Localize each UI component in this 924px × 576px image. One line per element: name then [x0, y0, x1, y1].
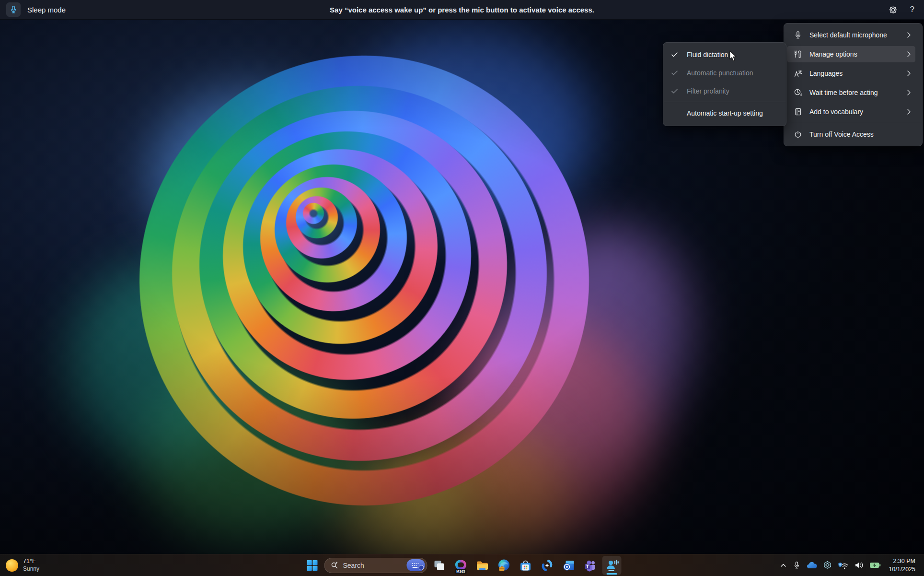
network-security-button[interactable]	[835, 556, 852, 575]
microsoft-store-button[interactable]	[516, 556, 535, 575]
onedrive-button[interactable]	[804, 556, 820, 575]
help-icon[interactable]: ?	[910, 5, 914, 14]
chevron-right-icon	[906, 71, 911, 76]
studio-effects-icon	[823, 561, 832, 570]
recall-icon	[541, 559, 554, 572]
chevron-right-icon	[906, 109, 911, 115]
menu-separator	[664, 102, 785, 102]
taskbar: 71°F Sunny	[0, 554, 924, 576]
weather-condition: Sunny	[23, 565, 39, 573]
voice-access-app-icon	[605, 559, 619, 572]
voice-access-settings-menu: Select default microphone Manage options	[784, 23, 923, 146]
task-view-button[interactable]	[430, 556, 449, 575]
gear-icon[interactable]	[889, 5, 898, 14]
search-icon	[331, 561, 339, 569]
clock-icon	[793, 88, 803, 97]
menu-separator	[785, 123, 922, 123]
microphone-icon	[793, 30, 803, 40]
battery-button[interactable]	[866, 556, 884, 575]
battery-charging-icon	[869, 562, 881, 569]
weather-temperature: 71°F	[23, 558, 39, 565]
search-highlight-icon[interactable]	[407, 559, 425, 571]
chevron-right-icon	[906, 90, 911, 95]
sun-icon	[6, 559, 18, 572]
tray-date: 10/1/2025	[889, 565, 915, 573]
microsoft-teams-button[interactable]	[581, 556, 600, 575]
menu-item-languages[interactable]: Languages	[784, 64, 922, 83]
search-input[interactable]	[343, 562, 403, 569]
tray-time: 2:30 PM	[893, 557, 915, 565]
task-view-icon	[433, 559, 446, 572]
microsoft-teams-icon	[584, 559, 597, 572]
voice-access-bar: Sleep mode Say “voice access wake up” or…	[0, 0, 924, 20]
submenu-item-filter-profanity: Filter profanity	[663, 82, 786, 100]
microsoft-store-icon	[519, 559, 532, 572]
file-explorer-button[interactable]	[473, 556, 492, 575]
voice-access-mic-button[interactable]	[6, 2, 21, 17]
wifi-shield-icon	[838, 561, 849, 570]
onedrive-icon	[807, 562, 817, 569]
studio-effects-button[interactable]	[820, 556, 835, 575]
voice-access-hint-message: Say “voice access wake up” or press the …	[330, 6, 594, 14]
file-explorer-icon	[476, 559, 489, 572]
menu-item-wait-time-before-acting[interactable]: Wait time before acting	[784, 83, 922, 102]
submenu-item-label: Fluid dictation	[687, 51, 728, 59]
microsoft-365-copilot-button[interactable]: M365	[451, 556, 471, 575]
manage-options-submenu: Fluid dictation Automatic punctuation Fi…	[663, 42, 786, 126]
checkmark-icon	[671, 52, 679, 58]
voice-access-app-button[interactable]	[602, 556, 622, 575]
submenu-item-automatic-startup-setting[interactable]: Automatic start-up setting	[663, 104, 786, 123]
menu-item-label: Add to vocabulary	[809, 108, 899, 116]
clock[interactable]: 2:30 PM 10/1/2025	[884, 557, 919, 573]
start-button[interactable]	[303, 556, 322, 575]
chevron-right-icon	[906, 51, 911, 57]
speaker-icon	[855, 561, 864, 569]
chevron-right-icon	[906, 32, 911, 38]
m365-badge: M365	[455, 569, 466, 574]
weather-widget[interactable]: 71°F Sunny	[0, 554, 39, 576]
microsoft-edge-icon	[497, 559, 511, 572]
checkmark-icon	[671, 89, 679, 94]
submenu-item-fluid-dictation[interactable]: Fluid dictation	[663, 46, 786, 64]
menu-item-label: Select default microphone	[809, 31, 899, 39]
tools-icon	[793, 49, 803, 59]
outlook-icon	[562, 559, 576, 572]
volume-button[interactable]	[852, 556, 866, 575]
windows-logo-icon	[306, 559, 319, 572]
submenu-item-automatic-punctuation: Automatic punctuation	[663, 64, 786, 82]
chevron-up-icon	[780, 562, 787, 569]
submenu-item-label: Automatic punctuation	[687, 69, 753, 77]
microphone-icon	[9, 5, 18, 14]
submenu-item-label: Automatic start-up setting	[687, 109, 763, 117]
tray-microphone-button[interactable]	[790, 556, 804, 575]
mouse-cursor	[728, 50, 739, 64]
language-icon	[793, 69, 803, 78]
vocabulary-icon	[793, 107, 803, 117]
checkmark-icon	[671, 71, 679, 76]
voice-access-mode-label: Sleep mode	[27, 6, 66, 14]
show-hidden-icons-button[interactable]	[777, 556, 790, 575]
menu-item-manage-options[interactable]: Manage options	[784, 45, 922, 64]
microsoft-edge-button[interactable]	[495, 556, 514, 575]
menu-item-turn-off-voice-access[interactable]: Turn off Voice Access	[784, 125, 922, 144]
menu-item-label: Languages	[809, 70, 899, 77]
menu-item-select-default-microphone[interactable]: Select default microphone	[784, 25, 922, 45]
outlook-button[interactable]	[559, 556, 578, 575]
menu-item-add-to-vocabulary[interactable]: Add to vocabulary	[784, 102, 922, 121]
search-box[interactable]	[324, 558, 427, 573]
power-icon	[793, 129, 803, 139]
submenu-item-label: Filter profanity	[687, 87, 729, 95]
menu-item-label: Turn off Voice Access	[809, 130, 899, 138]
microphone-icon	[793, 561, 801, 569]
menu-item-label: Manage options	[809, 50, 899, 58]
recall-button[interactable]	[538, 556, 557, 575]
menu-item-label: Wait time before acting	[809, 89, 899, 96]
